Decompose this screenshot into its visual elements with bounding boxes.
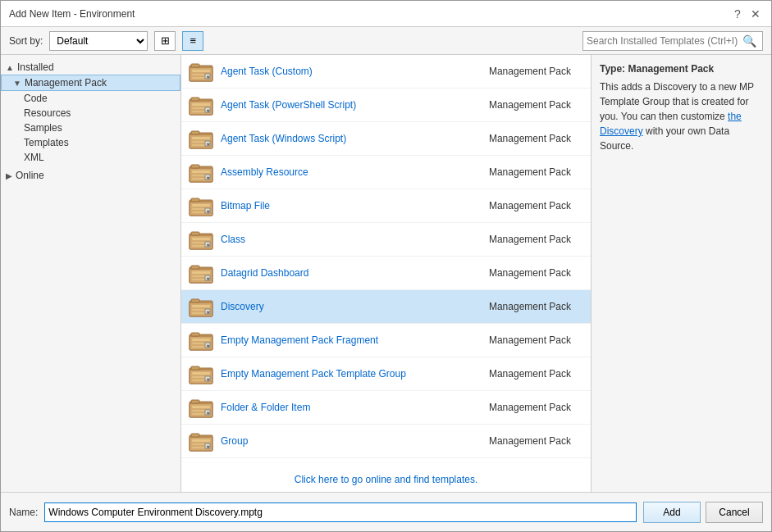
svg-rect-77 bbox=[192, 380, 205, 381]
item-type: Management Pack bbox=[486, 133, 584, 144]
item-list-container: ★ Agent Task (Custom)Management Pack ★ A… bbox=[181, 55, 591, 492]
sidebar-templates[interactable]: Templates bbox=[1, 135, 180, 150]
svg-text:★: ★ bbox=[206, 411, 210, 416]
sidebar-code[interactable]: Code bbox=[1, 91, 180, 106]
cancel-button[interactable]: Cancel bbox=[706, 502, 763, 523]
svg-rect-82 bbox=[191, 400, 199, 403]
item-type: Management Pack bbox=[486, 435, 584, 447]
title-bar-left: Add New Item - Environment bbox=[9, 8, 135, 20]
dialog: Add New Item - Environment ? ✕ Sort by: … bbox=[0, 0, 772, 532]
svg-text:★: ★ bbox=[206, 310, 210, 315]
item-name: Folder & Folder Item bbox=[221, 402, 479, 413]
code-label: Code bbox=[24, 93, 48, 104]
svg-rect-91 bbox=[192, 439, 210, 442]
svg-text:★: ★ bbox=[206, 175, 210, 180]
online-link-container: Click here to go online and find templat… bbox=[181, 467, 591, 492]
sidebar-management-pack[interactable]: ▼ Management Pack bbox=[1, 75, 180, 91]
list-item[interactable]: ★ Empty Management Pack FragmentManageme… bbox=[181, 324, 591, 357]
svg-rect-37 bbox=[192, 211, 205, 213]
item-icon: ★ bbox=[188, 260, 214, 286]
svg-rect-69 bbox=[192, 346, 205, 348]
description-text: This adds a Discovery to a new MP Templa… bbox=[600, 81, 754, 152]
item-name: Agent Task (PowerShell Script) bbox=[221, 99, 479, 111]
svg-rect-35 bbox=[192, 204, 210, 207]
item-icon: ★ bbox=[188, 428, 214, 454]
list-item[interactable]: ★ Bitmap FileManagement Pack bbox=[181, 189, 591, 223]
online-triangle: ▶ bbox=[6, 171, 12, 180]
list-item[interactable]: ★ Agent Task (Windows Script)Management … bbox=[181, 122, 591, 156]
grid-view-button[interactable]: ⊞ bbox=[154, 31, 176, 51]
sort-select[interactable]: Default bbox=[49, 31, 148, 51]
bottom-bar: Name: Add Cancel bbox=[1, 492, 771, 531]
svg-rect-83 bbox=[192, 406, 210, 408]
list-item[interactable]: ★ Agent Task (Custom)Management Pack bbox=[181, 55, 591, 89]
sidebar-resources[interactable]: Resources bbox=[1, 106, 180, 120]
item-icon: ★ bbox=[188, 293, 214, 320]
list-item[interactable]: ★ Agent Task (PowerShell Script)Manageme… bbox=[181, 89, 591, 122]
item-name: Datagrid Dashboard bbox=[221, 267, 479, 279]
item-name: Bitmap File bbox=[221, 200, 479, 211]
list-view-button[interactable]: ≡ bbox=[182, 31, 203, 51]
close-button[interactable]: ✕ bbox=[748, 7, 763, 21]
item-type: Management Pack bbox=[486, 234, 584, 245]
sidebar: ▲ Installed ▼ Management Pack Code Resou… bbox=[1, 55, 181, 492]
item-icon: ★ bbox=[188, 226, 214, 252]
item-type: Management Pack bbox=[486, 334, 584, 346]
right-panel: Type: Management Pack This adds a Discov… bbox=[591, 55, 771, 492]
item-icon: ★ bbox=[188, 327, 214, 353]
item-list: ★ Agent Task (Custom)Management Pack ★ A… bbox=[181, 55, 591, 467]
svg-rect-75 bbox=[192, 372, 210, 375]
svg-rect-51 bbox=[192, 271, 210, 274]
type-label: Type: Management Pack bbox=[600, 63, 763, 75]
item-type: Management Pack bbox=[486, 66, 584, 77]
online-label: Online bbox=[16, 170, 44, 181]
online-link[interactable]: Click here to go online and find templat… bbox=[295, 474, 477, 485]
svg-text:★: ★ bbox=[206, 276, 210, 281]
name-input[interactable] bbox=[44, 502, 637, 522]
list-item[interactable]: ★ GroupManagement Pack bbox=[181, 425, 591, 458]
item-name: Empty Management Pack Template Group bbox=[221, 368, 479, 380]
item-name: Agent Task (Custom) bbox=[221, 66, 479, 77]
item-type: Management Pack bbox=[486, 200, 584, 211]
list-item[interactable]: ★ ClassManagement Pack bbox=[181, 223, 591, 257]
toolbar: Sort by: Default ⊞ ≡ 🔍 bbox=[1, 27, 771, 55]
search-input[interactable] bbox=[587, 35, 742, 47]
svg-text:★: ★ bbox=[206, 377, 210, 382]
svg-rect-66 bbox=[191, 333, 199, 336]
svg-rect-27 bbox=[192, 171, 210, 173]
item-name: Discovery bbox=[221, 301, 479, 312]
svg-rect-10 bbox=[191, 98, 199, 101]
help-button[interactable]: ? bbox=[730, 7, 745, 21]
item-icon: ★ bbox=[188, 361, 214, 387]
svg-rect-18 bbox=[191, 131, 199, 134]
item-name: Class bbox=[221, 234, 479, 245]
svg-rect-13 bbox=[192, 111, 205, 112]
add-button[interactable]: Add bbox=[643, 502, 701, 523]
samples-label: Samples bbox=[24, 122, 62, 134]
list-item[interactable]: ★ Assembly ResourceManagement Pack bbox=[181, 156, 591, 189]
search-icon-button[interactable]: 🔍 bbox=[742, 34, 756, 48]
list-item[interactable]: ★ Datagrid DashboardManagement Pack bbox=[181, 257, 591, 290]
svg-rect-26 bbox=[191, 165, 199, 168]
list-item[interactable]: ★ Folder & Folder ItemManagement Pack bbox=[181, 391, 591, 425]
item-icon: ★ bbox=[188, 193, 214, 219]
svg-rect-21 bbox=[192, 144, 205, 146]
sidebar-installed[interactable]: ▲ Installed bbox=[1, 60, 180, 75]
svg-text:★: ★ bbox=[206, 142, 210, 147]
svg-rect-58 bbox=[191, 299, 199, 302]
list-item[interactable]: ★ DiscoveryManagement Pack bbox=[181, 290, 591, 324]
item-icon: ★ bbox=[188, 159, 214, 185]
svg-rect-67 bbox=[192, 339, 210, 341]
sidebar-samples[interactable]: Samples bbox=[1, 120, 180, 135]
sidebar-online[interactable]: ▶ Online bbox=[1, 168, 180, 183]
sidebar-xml[interactable]: XML bbox=[1, 150, 180, 165]
svg-rect-74 bbox=[191, 366, 199, 370]
svg-rect-61 bbox=[192, 312, 205, 314]
action-buttons: Add Cancel bbox=[643, 502, 763, 523]
svg-rect-11 bbox=[192, 103, 210, 106]
svg-rect-5 bbox=[192, 77, 205, 79]
svg-rect-42 bbox=[191, 232, 199, 235]
list-item[interactable]: ★ Empty Management Pack Template GroupMa… bbox=[181, 357, 591, 391]
mp-triangle: ▼ bbox=[13, 79, 21, 88]
installed-triangle: ▲ bbox=[6, 63, 14, 72]
